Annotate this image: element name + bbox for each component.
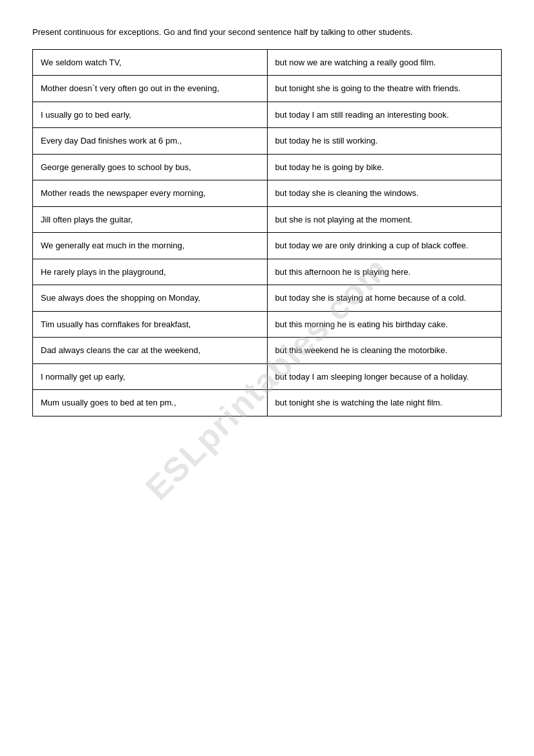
sentence-left: Sue always does the shopping on Monday,: [33, 285, 268, 312]
sentence-right: but she is not playing at the moment.: [267, 206, 502, 233]
sentences-table: We seldom watch TV,but now we are watchi…: [32, 49, 502, 416]
sentence-left: George generally goes to school by bus,: [33, 154, 268, 180]
sentence-left: Jill often plays the guitar,: [33, 206, 268, 233]
table-row: Every day Dad finishes work at 6 pm.,but…: [33, 128, 502, 155]
sentence-left: Mother doesn`t very often go out in the …: [33, 76, 268, 102]
sentence-right: but today I am still reading an interest…: [267, 102, 502, 128]
sentence-left: I normally get up early,: [33, 363, 268, 390]
sentence-left: We seldom watch TV,: [33, 49, 268, 76]
sentence-right: but this afternoon he is playing here.: [267, 259, 502, 285]
sentence-right: but tonight she is watching the late nig…: [267, 390, 502, 416]
table-row: Mother doesn`t very often go out in the …: [33, 76, 502, 102]
table-row: Tim usually has cornflakes for breakfast…: [33, 311, 502, 338]
table-row: George generally goes to school by bus,b…: [33, 154, 502, 180]
sentence-right: but this weekend he is cleaning the moto…: [267, 338, 502, 364]
table-row: I usually go to bed early,but today I am…: [33, 102, 502, 128]
table-row: Mother reads the newspaper every morning…: [33, 180, 502, 207]
sentence-right: but today she is staying at home because…: [267, 285, 502, 312]
sentence-left: He rarely plays in the playground,: [33, 259, 268, 285]
sentence-right: but today she is cleaning the windows.: [267, 180, 502, 207]
table-row: Jill often plays the guitar,but she is n…: [33, 206, 502, 233]
sentence-right: but today we are only drinking a cup of …: [267, 233, 502, 259]
table-row: Mum usually goes to bed at ten pm.,but t…: [33, 390, 502, 416]
sentence-right: but tonight she is going to the theatre …: [267, 76, 502, 102]
sentence-left: Mum usually goes to bed at ten pm.,: [33, 390, 268, 416]
instructions: Present continuous for exceptions. Go an…: [32, 26, 502, 39]
sentence-left: Tim usually has cornflakes for breakfast…: [33, 311, 268, 338]
sentence-right: but this morning he is eating his birthd…: [267, 311, 502, 338]
table-row: He rarely plays in the playground,but th…: [33, 259, 502, 285]
table-row: We seldom watch TV,but now we are watchi…: [33, 49, 502, 76]
sentence-right: but today I am sleeping longer because o…: [267, 363, 502, 390]
sentence-left: Dad always cleans the car at the weekend…: [33, 338, 268, 364]
table-row: We generally eat much in the morning,but…: [33, 233, 502, 259]
sentence-right: but today he is going by bike.: [267, 154, 502, 180]
sentence-left: Mother reads the newspaper every morning…: [33, 180, 268, 207]
sentence-right: but today he is still working.: [267, 128, 502, 155]
sentence-left: Every day Dad finishes work at 6 pm.,: [33, 128, 268, 155]
table-row: Sue always does the shopping on Monday,b…: [33, 285, 502, 312]
table-row: I normally get up early,but today I am s…: [33, 363, 502, 390]
sentence-right: but now we are watching a really good fi…: [267, 49, 502, 76]
sentence-left: I usually go to bed early,: [33, 102, 268, 128]
sentence-left: We generally eat much in the morning,: [33, 233, 268, 259]
table-row: Dad always cleans the car at the weekend…: [33, 338, 502, 364]
